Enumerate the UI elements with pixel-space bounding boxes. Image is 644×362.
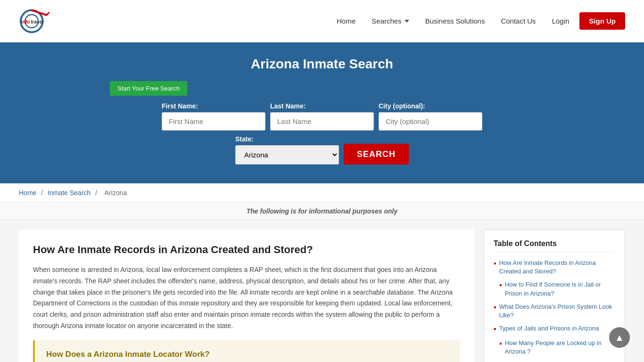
- hero-title: Arizona Inmate Search: [19, 57, 625, 72]
- bullet-icon: ▪: [494, 303, 496, 313]
- highlight-box: How Does a Arizona Inmate Locator Work? …: [33, 340, 460, 362]
- login-link[interactable]: Login: [546, 13, 575, 29]
- toc-link-2[interactable]: How to Find if Someone is in Jail or Pri…: [505, 280, 615, 297]
- content-area: How Are Inmate Records in Arizona Create…: [19, 230, 474, 362]
- search-form: First Name: Last Name: City (optional): …: [110, 102, 534, 165]
- last-name-label: Last Name:: [270, 102, 305, 110]
- toc-item-2: ▪ How to Find if Someone is in Jail or P…: [499, 280, 615, 297]
- bullet-icon: ▪: [499, 339, 502, 349]
- state-label: State:: [235, 135, 254, 143]
- breadcrumb-home[interactable]: Home: [19, 189, 36, 197]
- breadcrumb-inmate-search[interactable]: Inmate Search: [48, 189, 91, 197]
- last-name-input[interactable]: [270, 112, 374, 131]
- logo[interactable]: info tracer: [19, 7, 54, 35]
- breadcrumb-arizona: Arizona: [105, 189, 127, 197]
- sidebar: Table of Contents ▪ How Are Inmate Recor…: [484, 230, 625, 362]
- bullet-icon: ▪: [494, 259, 496, 269]
- hero-section: Arizona Inmate Search Start Your Free Se…: [0, 42, 644, 183]
- breadcrumb-sep-2: /: [95, 189, 99, 197]
- toc-list: ▪ How Are Inmate Records in Arizona Crea…: [494, 259, 615, 362]
- toc-link-1[interactable]: How Are Inmate Records in Arizona Create…: [499, 259, 615, 276]
- nav-home[interactable]: Home: [331, 13, 361, 29]
- city-label: City (optional):: [379, 102, 425, 110]
- nav-contact-us[interactable]: Contact Us: [495, 13, 541, 29]
- toc-box: Table of Contents ▪ How Are Inmate Recor…: [484, 230, 625, 362]
- logo-icon: info tracer: [19, 7, 52, 35]
- main-heading: How Are Inmate Records in Arizona Create…: [33, 244, 460, 256]
- first-name-label: First Name:: [162, 102, 198, 110]
- state-group: State: Arizona Alabama Alaska California…: [235, 135, 339, 165]
- toc-item-4: ▪ Types of Jails and Prisons in Arizona: [494, 324, 615, 334]
- chevron-down-icon: [405, 20, 409, 23]
- highlight-heading: How Does a Arizona Inmate Locator Work?: [46, 350, 449, 359]
- header: info tracer Home Searches Business Solut…: [0, 0, 644, 42]
- bullet-icon: ▪: [494, 324, 496, 334]
- toc-heading: Table of Contents: [494, 239, 615, 252]
- toc-item-3: ▪ What Does Arizona's Prison System Look…: [494, 303, 615, 320]
- search-button[interactable]: SEARCH: [344, 144, 409, 165]
- toc-item-5: ▪ How Many People are Locked up in Arizo…: [499, 339, 615, 356]
- toc-item-1: ▪ How Are Inmate Records in Arizona Crea…: [494, 259, 615, 276]
- main-container: How Are Inmate Records in Arizona Create…: [0, 220, 644, 362]
- first-name-group: First Name:: [162, 102, 265, 131]
- city-group: City (optional):: [379, 102, 482, 131]
- nav-searches[interactable]: Searches: [366, 13, 414, 29]
- bullet-icon: ▪: [499, 280, 502, 290]
- toc-link-5[interactable]: How Many People are Locked up in Arizona…: [505, 339, 615, 356]
- main-nav: Home Searches Business Solutions Contact…: [331, 12, 625, 30]
- city-input[interactable]: [379, 112, 482, 131]
- svg-line-3: [46, 13, 49, 15]
- breadcrumb: Home / Inmate Search / Arizona: [0, 183, 644, 203]
- svg-text:tracer: tracer: [31, 19, 44, 25]
- main-paragraph: When someone is arrested in Arizona, loc…: [33, 264, 460, 332]
- toc-link-4[interactable]: Types of Jails and Prisons in Arizona: [499, 324, 599, 333]
- first-name-input[interactable]: [162, 112, 265, 131]
- last-name-group: Last Name:: [270, 102, 374, 131]
- info-bar: The following is for informational purpo…: [0, 203, 644, 220]
- start-search-button[interactable]: Start Your Free Search: [110, 81, 187, 96]
- svg-text:info: info: [21, 19, 30, 25]
- toc-link-3[interactable]: What Does Arizona's Prison System Look L…: [499, 303, 615, 320]
- nav-business-solutions[interactable]: Business Solutions: [420, 13, 491, 29]
- state-select[interactable]: Arizona Alabama Alaska California Colora…: [235, 145, 339, 165]
- scroll-top-button[interactable]: ▲: [609, 327, 630, 348]
- signup-button[interactable]: Sign Up: [579, 12, 625, 30]
- breadcrumb-sep-1: /: [41, 189, 45, 197]
